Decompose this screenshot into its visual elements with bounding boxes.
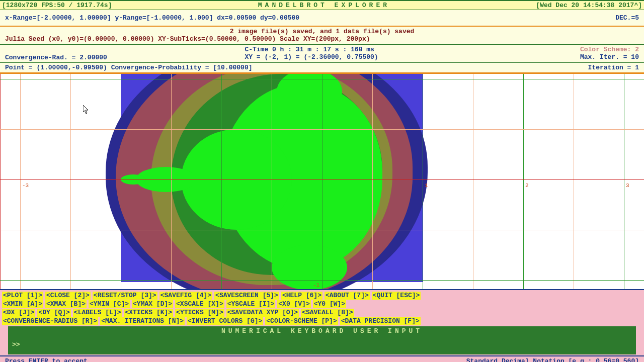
cmd-button[interactable]: <DX [J]> (2, 309, 35, 317)
cmd-button[interactable]: <Y0 [W]> (313, 300, 346, 308)
status-row: Convergence-Rad. = 2.00000 C-Time 0 h : … (0, 45, 644, 63)
cmd-row-3: <DX [J]><DY [Q]><LABELS [L]><XTICKS [K]>… (2, 309, 642, 317)
cmd-button[interactable]: <LABELS [L]> (73, 309, 122, 317)
cmd-button[interactable]: <YMIN [C]> (89, 300, 130, 308)
range-info-row: x-Range=[-2.00000, 1.00000] y-Range=[-1.… (0, 10, 644, 27)
tick-3: 3 (626, 183, 629, 189)
cmd-row-4: <CONVERGENCE-RADIUS [R]><MAX. ITERATIONS… (2, 317, 642, 325)
cmd-button[interactable]: <SAVEFIG [4]> (159, 292, 212, 300)
save-message: 2 image file(s) saved, and 1 data file(s… (5, 28, 639, 35)
input-prompt: >> (12, 341, 20, 348)
cmd-button[interactable]: <XSCALE [X]> (175, 300, 224, 308)
julia-info-row: 2 image file(s) saved, and 1 data file(s… (0, 27, 644, 45)
input-header: NUMERICAL KEYBOARD USER INPUT (8, 326, 636, 336)
point-info-row: Point = (1.00000,-0.99500) Convergence-P… (0, 63, 644, 74)
plot-canvas[interactable]: -3 1 2 3 -1 (0, 74, 644, 289)
numeric-input[interactable]: >> (8, 336, 636, 354)
convergence-radius: Convergence-Rad. = 2.00000 (5, 54, 107, 61)
cmd-button[interactable]: <CONVERGENCE-RADIUS [R]> (2, 317, 98, 325)
title-bar: [644x362 FPS:50 / 1917.74s] MANDELBROT … (0, 0, 644, 10)
cmd-button[interactable]: <DATA PRECISION [F]> (340, 317, 421, 325)
cmd-row-1: <PLOT [1]><CLOSE [2]><RESET/STOP [3]><SA… (2, 292, 642, 300)
cmd-button[interactable]: <HELP [6]> (281, 292, 323, 300)
cmd-row-2: <XMIN [A]><XMAX [B]><YMIN [C]><YMAX [D]>… (2, 300, 642, 308)
cmd-button[interactable]: <SAVEALL [8]> (301, 309, 354, 317)
cmd-button[interactable]: <RESET/STOP [3]> (93, 292, 157, 300)
tick-2: 2 (525, 183, 529, 189)
cmd-button[interactable]: <INVERT COLORS [G]> (187, 317, 263, 325)
footer-hint-right: Standard Decimal Notation [e.g.: 0.56=0.… (466, 357, 639, 362)
xy-coords: XY = (-2, 1) = (-2.36000, 0.75500) (245, 53, 438, 61)
tick-1: 1 (425, 183, 428, 189)
footer-bar: Press ENTER to accept. Standard Decimal … (0, 355, 644, 362)
decimal-precision: DEC.=5 (615, 14, 639, 22)
cmd-button[interactable]: <SAVEDATA XYP [O]> (226, 309, 299, 317)
color-scheme: Color Scheme: 2 (443, 46, 639, 53)
range-text: x-Range=[-2.00000, 1.00000] y-Range=[-1.… (5, 14, 299, 22)
compute-time: C-Time 0 h : 31 m : 17 s : 160 ms (245, 46, 438, 53)
cmd-button[interactable]: <X0 [V]> (277, 300, 310, 308)
cmd-button[interactable]: <XMAX [B]> (45, 300, 87, 308)
cursor-icon (83, 105, 89, 114)
julia-seed-info: Julia Seed (x0, y0)=(0.00000, 0.00000) X… (5, 35, 639, 43)
cmd-button[interactable]: <QUIT [ESC]> (372, 292, 421, 300)
cmd-button[interactable]: <DY [Q]> (37, 309, 70, 317)
cmd-button[interactable]: <XTICKS [K]> (124, 309, 173, 317)
cmd-button[interactable]: <CLOSE [2]> (45, 292, 91, 300)
cmd-button[interactable]: <PLOT [1]> (2, 292, 43, 300)
cmd-button[interactable]: <XMIN [A]> (2, 300, 43, 308)
cmd-button[interactable]: <MAX. ITERATIONS [N]> (100, 317, 185, 325)
tick-neg1: -1 (313, 282, 319, 288)
cmd-button[interactable]: <SAVESCREEN [5]> (214, 292, 279, 300)
cmd-button[interactable]: <COLOR-SCHEME [P]> (265, 317, 338, 325)
cmd-button[interactable]: <YTICKS [M]> (175, 309, 224, 317)
cmd-button[interactable]: <YMAX [D]> (132, 300, 173, 308)
tick-neg3: -3 (22, 183, 29, 189)
max-iterations: Max. Iter. = 10 (443, 53, 639, 61)
command-panel: <PLOT [1]><CLOSE [2]><RESET/STOP [3]><SA… (0, 289, 644, 355)
cmd-button[interactable]: <ABOUT [7]> (325, 292, 370, 300)
cmd-button[interactable]: <YSCALE [I]> (226, 300, 276, 308)
app-title: MANDELBROT EXPLORER (258, 2, 390, 9)
resolution-fps: [644x362 FPS:50 / 1917.74s] (2, 2, 112, 9)
footer-hint-left: Press ENTER to accept. (5, 357, 92, 362)
iteration-count: Iteration = 1 (588, 64, 639, 71)
point-convergence: Point = (1.00000,-0.99500) Convergence-P… (5, 64, 252, 71)
datetime: [Wed Dec 20 14:54:38 2017^] (536, 2, 642, 9)
